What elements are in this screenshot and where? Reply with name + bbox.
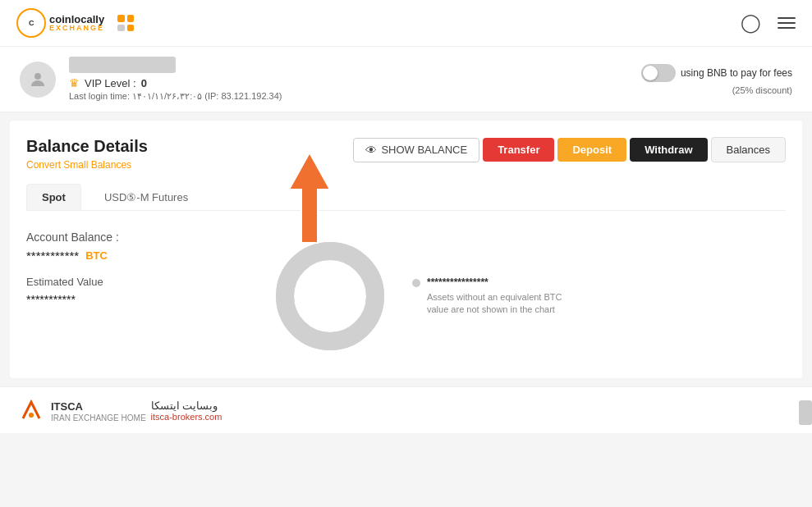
login-ip: (IP: 83.121.192.34)	[204, 91, 282, 101]
main-content: Balance Details Convert Small Balances 👁…	[10, 121, 802, 378]
legend-content: **************** Assets without an equiv…	[427, 276, 575, 317]
itsca-icon	[16, 395, 46, 425]
footer-itsca-en: ITSCA	[51, 400, 83, 413]
svg-point-3	[285, 251, 375, 341]
header-left: C coinlocally EXCHANGE	[16, 8, 134, 38]
menu-line-1	[778, 17, 796, 19]
tab-row: Spot USD⑤-M Futures	[26, 184, 786, 211]
footer-bar: ITSCA IRAN EXCHANGE HOME وبسایت ایتسکا i…	[0, 386, 812, 433]
estimated-value-label: Estimated Value	[26, 276, 240, 288]
convert-small-balances-link[interactable]: Convert Small Balances	[26, 159, 148, 171]
logo[interactable]: C coinlocally EXCHANGE	[16, 8, 104, 38]
vip-label: VIP Level :	[85, 77, 136, 89]
chart-area: **************** Assets without an equiv…	[264, 231, 786, 362]
eye-icon: 👁	[365, 144, 377, 157]
footer-brand-fa: وبسایت ایتسکا	[151, 400, 222, 412]
balance-header: Balance Details Convert Small Balances 👁…	[26, 137, 786, 171]
balances-button[interactable]: Balances	[711, 137, 786, 162]
legend-item: **************** Assets without an equiv…	[412, 276, 575, 317]
vip-level-value: 0	[141, 77, 147, 89]
withdraw-button[interactable]: Withdraw	[630, 138, 707, 162]
balance-actions: 👁 SHOW BALANCE Transfer Deposit Withdraw…	[353, 137, 786, 162]
header-right: ◯	[741, 12, 796, 34]
user-info-bar: ♛ VIP Level : 0 Last login time: ۱۴۰۱/۱۱…	[0, 47, 812, 112]
estimated-value: ***********	[26, 293, 240, 306]
balance-title-section: Balance Details Convert Small Balances	[26, 137, 148, 171]
header: C coinlocally EXCHANGE ◯	[0, 0, 812, 47]
grid-dot-2	[127, 15, 135, 22]
menu-line-2	[778, 22, 796, 24]
footer-farsi-section: وبسایت ایتسکا itsca-brokers.com	[151, 400, 222, 422]
svg-point-0	[34, 73, 41, 80]
logo-subtitle: EXCHANGE	[49, 25, 104, 32]
toggle-knob	[643, 66, 658, 80]
bnb-label: using BNB to pay for fees	[681, 67, 792, 79]
balance-left: Account Balance : *********** BTC Estima…	[26, 231, 240, 306]
chart-with-arrow	[264, 231, 396, 362]
login-time-value: ۱۴۰۱/۱۱/۲۶،۳۲:۰۵	[132, 91, 202, 101]
account-balance-label: Account Balance :	[26, 231, 240, 244]
donut-chart	[264, 231, 396, 362]
footer-itsca-sub: IRAN EXCHANGE HOME	[51, 413, 146, 422]
footer-logo[interactable]: ITSCA IRAN EXCHANGE HOME وبسایت ایتسکا i…	[16, 395, 222, 425]
bnb-toggle[interactable]	[641, 64, 676, 82]
legend-dot	[412, 279, 420, 287]
legend-note: Assets without an equivalent BTC value a…	[427, 291, 575, 317]
donut-svg	[264, 231, 396, 362]
login-label: Last login time:	[69, 91, 130, 101]
bnb-section: using BNB to pay for fees (25% discount)	[641, 64, 792, 95]
avatar	[20, 62, 56, 98]
user-details: ♛ VIP Level : 0 Last login time: ۱۴۰۱/۱۱…	[69, 57, 628, 102]
logo-text: coinlocally EXCHANGE	[49, 14, 104, 32]
grid-dot-1	[117, 15, 125, 22]
bnb-discount: (25% discount)	[732, 85, 792, 95]
balance-content: Account Balance : *********** BTC Estima…	[26, 231, 786, 362]
footer-link[interactable]: itsca-brokers.com	[151, 412, 222, 422]
show-balance-button[interactable]: 👁 SHOW BALANCE	[353, 138, 479, 162]
legend-stars: ****************	[427, 276, 575, 288]
grid-dot-4	[127, 25, 135, 32]
logo-circle: C	[16, 8, 46, 38]
balance-stars-text: ***********	[26, 249, 79, 263]
tab-spot[interactable]: Spot	[26, 184, 81, 210]
account-balance-value: *********** BTC	[26, 249, 240, 263]
logo-inner-text: C	[29, 19, 34, 27]
svg-point-5	[29, 413, 34, 418]
footer-brand-text: ITSCA IRAN EXCHANGE HOME	[51, 399, 146, 422]
crown-icon: ♛	[69, 76, 80, 89]
show-balance-label: SHOW BALANCE	[381, 144, 467, 156]
hamburger-menu-icon[interactable]	[778, 17, 796, 29]
grid-dot-3	[117, 25, 125, 32]
username-placeholder	[69, 57, 176, 73]
grid-apps-icon[interactable]	[117, 15, 134, 31]
chart-legend: **************** Assets without an equiv…	[412, 276, 575, 317]
deposit-button[interactable]: Deposit	[557, 138, 626, 162]
user-icon[interactable]: ◯	[741, 12, 761, 34]
login-time: Last login time: ۱۴۰۱/۱۱/۲۶،۳۲:۰۵ (IP: 8…	[69, 91, 628, 102]
menu-line-3	[778, 27, 796, 29]
transfer-button[interactable]: Transfer	[483, 138, 554, 162]
balance-title: Balance Details	[26, 137, 148, 156]
vip-row: ♛ VIP Level : 0	[69, 76, 628, 89]
tab-futures[interactable]: USD⑤-M Futures	[89, 184, 203, 210]
btc-label: BTC	[85, 249, 108, 262]
scrollbar-thumb[interactable]	[799, 400, 812, 425]
bnb-toggle-row: using BNB to pay for fees	[641, 64, 792, 82]
